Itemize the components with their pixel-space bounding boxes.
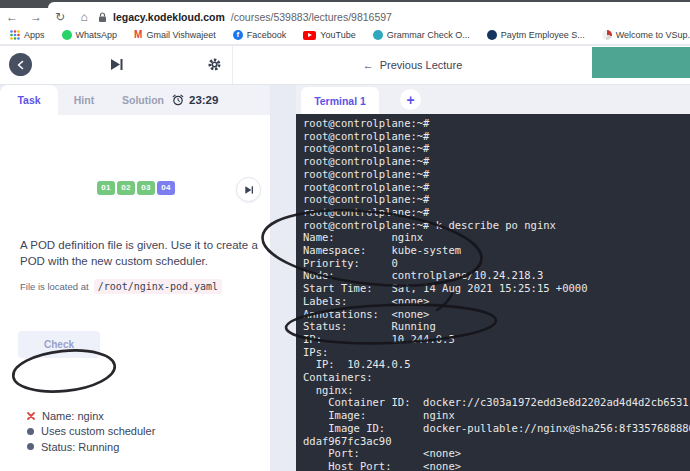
screen: ← → ↻ ⌂ legacy.kodekloud.com/courses/539… <box>0 0 690 471</box>
terminal[interactable]: root@controlplane:~# root@controlplane:~… <box>296 114 690 471</box>
terminal-line: Host Port: <none> <box>303 460 690 471</box>
file-note: File is located at <box>20 281 89 292</box>
terminal-line: root@controlplane:~# <box>303 193 690 206</box>
previous-lecture-link[interactable]: ← Previous Lecture <box>233 46 592 84</box>
terminal-line: Image ID: docker-pullable://nginx@sha256… <box>303 422 690 435</box>
apps-grid-icon <box>10 30 20 40</box>
bookmark-whatsapp[interactable]: WhatsApp <box>62 30 118 40</box>
terminal-line: Start Time: Sat, 14 Aug 2021 15:25:15 +0… <box>303 282 690 295</box>
alarm-clock-icon <box>172 94 184 106</box>
bookmark-label: YouTube <box>320 30 355 40</box>
settings-button[interactable] <box>207 57 222 72</box>
terminal-line: Status: Running <box>303 320 690 333</box>
bookmark-gmail[interactable]: M Gmail Vishwajeet <box>134 30 216 40</box>
task-description: A POD definition file is given. Use it t… <box>20 237 272 269</box>
bookmark-label: WhatsApp <box>76 30 118 40</box>
step-badge-04[interactable]: 04 <box>157 181 175 195</box>
terminal-line: root@controlplane:~# <box>303 130 690 143</box>
terminal-tab-bar: Terminal 1 + <box>296 85 690 114</box>
bookmarks-bar: Apps WhatsApp M Gmail Vishwajeet f Faceb… <box>0 26 690 45</box>
check-row-scheduler: Uses custom scheduler <box>27 424 155 440</box>
check-text: Status: Running <box>41 441 119 453</box>
bookmark-apps[interactable]: Apps <box>10 30 45 40</box>
new-terminal-button[interactable]: + <box>400 89 421 110</box>
url-bar[interactable]: legacy.kodekloud.com/courses/539883/lect… <box>98 11 392 23</box>
gmail-icon: M <box>134 30 142 40</box>
grammar-check-icon <box>373 30 383 40</box>
bookmark-vsup[interactable]: Welcome to VSup... <box>602 30 690 40</box>
timer: 23:29 <box>172 85 218 115</box>
forward-nav-icon[interactable]: → <box>24 8 48 26</box>
skip-next-icon <box>244 185 254 195</box>
step-badge-02[interactable]: 02 <box>117 181 135 195</box>
browser-tab-strip <box>0 0 690 8</box>
skip-to-end-button[interactable] <box>109 57 124 72</box>
bookmark-label: Welcome to VSup... <box>616 30 690 40</box>
paytm-icon <box>487 30 497 40</box>
check-button[interactable]: Check <box>18 331 100 358</box>
terminal-line: Name: nginx <box>303 231 690 244</box>
terminal-line: IP: 10.244.0.5 <box>303 333 690 346</box>
next-step-button[interactable] <box>236 177 261 202</box>
lecture-header: ← Previous Lecture <box>0 46 690 85</box>
terminal-line: Namespace: kube-system <box>303 244 690 257</box>
lock-icon <box>98 12 107 23</box>
step-indicators: 01 02 03 04 <box>97 181 175 195</box>
back-nav-icon[interactable]: ← <box>0 8 24 26</box>
bookmark-label: Gmail Vishwajeet <box>146 30 215 40</box>
chevron-left-icon <box>16 60 26 70</box>
terminal-tab[interactable]: Terminal 1 <box>301 87 379 114</box>
terminal-line: root@controlplane:~# k describe po nginx <box>303 219 690 232</box>
gear-icon <box>207 57 222 72</box>
task-panel-tabs: Task Hint Solution 23:29 <box>0 85 270 115</box>
check-row-name: Name: nginx <box>27 408 155 424</box>
vsup-icon <box>602 30 612 40</box>
url-path: /courses/539883/lectures/9816597 <box>231 11 392 23</box>
bookmark-label: Apps <box>24 30 45 40</box>
terminal-line: Labels: <none> <box>303 295 690 308</box>
timer-value: 23:29 <box>189 94 218 106</box>
pending-dot-icon <box>27 443 34 450</box>
page-body: Task Hint Solution 23:29 01 02 03 04 <box>0 85 690 471</box>
task-panel: 01 02 03 04 A POD definition file is giv… <box>0 115 270 471</box>
bookmark-youtube[interactable]: YouTube <box>303 30 355 40</box>
facebook-icon: f <box>233 30 243 40</box>
terminal-line: root@controlplane:~# <box>303 142 690 155</box>
reload-icon[interactable]: ↻ <box>48 8 72 26</box>
bookmark-facebook[interactable]: f Facebook <box>233 30 287 40</box>
continue-button[interactable] <box>592 47 690 78</box>
left-arrow-icon: ← <box>363 59 374 71</box>
tab-solution[interactable]: Solution <box>112 85 174 115</box>
bookmark-paytm[interactable]: Paytm Employee S... <box>487 30 585 40</box>
terminal-line: root@controlplane:~# <box>303 181 690 194</box>
file-path-code: /root/nginx-pod.yaml <box>94 279 222 294</box>
terminal-line: ddaf967fc3ac90 <box>303 435 690 448</box>
bookmark-label: Facebook <box>247 30 287 40</box>
url-domain: legacy.kodekloud.com <box>113 11 225 23</box>
back-button[interactable] <box>9 53 32 76</box>
bookmark-label: Paytm Employee S... <box>501 30 585 40</box>
tab-hint[interactable]: Hint <box>58 85 110 115</box>
terminal-line: Node: controlplane/10.24.218.3 <box>303 269 690 282</box>
terminal-line: root@controlplane:~# <box>303 155 690 168</box>
check-text: Name: nginx <box>42 410 104 422</box>
step-badge-01[interactable]: 01 <box>97 181 115 195</box>
terminal-line: Priority: 0 <box>303 257 690 270</box>
fail-x-icon <box>27 412 35 420</box>
home-icon[interactable]: ⌂ <box>72 8 96 26</box>
bookmark-grammar-check[interactable]: Grammar Check O... <box>373 30 470 40</box>
previous-lecture-label: Previous Lecture <box>380 59 463 71</box>
pending-dot-icon <box>27 428 34 435</box>
tab-task[interactable]: Task <box>0 85 58 115</box>
skip-next-icon <box>109 57 124 72</box>
step-badge-03[interactable]: 03 <box>137 181 155 195</box>
terminal-line: Annotations: <none> <box>303 308 690 321</box>
terminal-line: root@controlplane:~# <box>303 117 690 130</box>
file-location-line: File is located at /root/nginx-pod.yaml <box>20 279 222 294</box>
panel-gutter <box>270 85 296 471</box>
terminal-line: root@controlplane:~# <box>303 206 690 219</box>
bookmark-label: Grammar Check O... <box>387 30 470 40</box>
browser-toolbar: ← → ↻ ⌂ legacy.kodekloud.com/courses/539… <box>0 8 690 26</box>
terminal-line: Containers: <box>303 371 690 384</box>
check-row-status: Status: Running <box>27 439 155 455</box>
